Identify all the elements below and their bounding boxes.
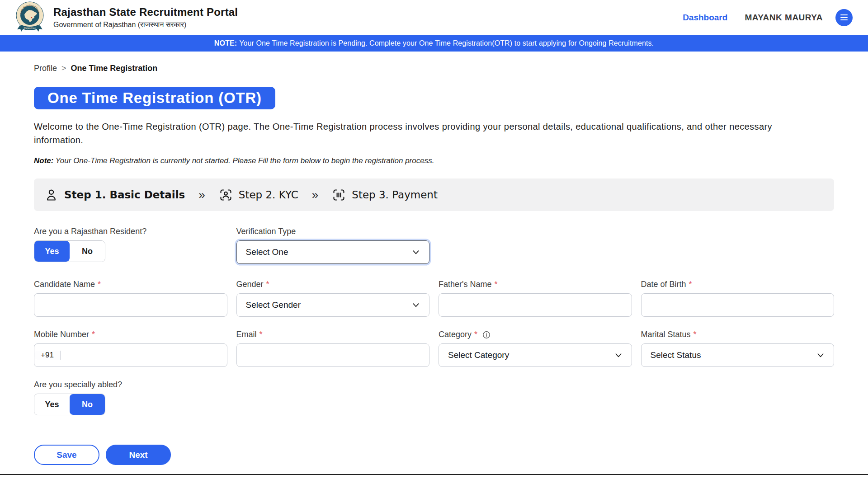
- note-text: Note:Your One-Time Registration is curre…: [34, 156, 834, 165]
- gender-select[interactable]: Select Gender: [236, 293, 430, 317]
- step-progress-bar: Step 1. Basic Details » Step 2. KYC »: [34, 178, 834, 211]
- notice-text: Your One Time Registration is Pending. C…: [239, 39, 654, 47]
- page-subtitle: Government of Rajasthan (राजस्थान सरकार): [53, 21, 238, 29]
- step-2-kyc[interactable]: Step 2. KYC: [219, 188, 298, 202]
- next-button[interactable]: Next: [106, 445, 171, 465]
- scan-payment-icon: [332, 188, 346, 202]
- resident-field: Are you a Rajasthan Resident? Yes No: [34, 227, 227, 264]
- mobile-country-code: +91: [34, 351, 61, 360]
- specially-abled-field: Are you specially abled? Yes No: [34, 380, 227, 415]
- breadcrumb-current: One Time Registration: [71, 64, 158, 73]
- intro-text: Welcome to the One-Time Registration (OT…: [34, 120, 834, 147]
- breadcrumb: Profile > One Time Registration: [34, 64, 834, 73]
- user-name: MAYANK MAURYA: [745, 13, 823, 23]
- specially-abled-no-button[interactable]: No: [70, 394, 105, 415]
- footer-divider: [0, 474, 868, 475]
- app-header: Rajasthan State Recruitment Portal Rajas…: [0, 0, 868, 35]
- candidate-name-input[interactable]: [34, 293, 227, 317]
- resident-toggle: Yes No: [34, 240, 105, 262]
- menu-button[interactable]: [835, 9, 853, 26]
- step-separator: »: [312, 188, 318, 202]
- resident-label: Are you a Rajasthan Resident?: [34, 227, 227, 236]
- specially-abled-label: Are you specially abled?: [34, 380, 227, 390]
- marital-status-select[interactable]: Select Status: [641, 343, 835, 367]
- dashboard-link[interactable]: Dashboard: [683, 13, 727, 23]
- step-separator: »: [198, 188, 205, 202]
- step-1-basic-details[interactable]: Step 1. Basic Details: [44, 188, 185, 202]
- step-3-payment[interactable]: Step 3. Payment: [332, 188, 438, 202]
- notice-bar: NOTE: Your One Time Registration is Pend…: [0, 35, 868, 52]
- father-name-input[interactable]: [439, 293, 632, 317]
- verification-type-label: Verification Type: [236, 227, 430, 236]
- header-nav: Dashboard MAYANK MAURYA: [683, 9, 853, 26]
- svg-text:Rajasthan: Rajasthan: [24, 26, 36, 29]
- specially-abled-toggle: Yes No: [34, 394, 105, 415]
- mobile-input[interactable]: [61, 350, 227, 360]
- father-name-label: Father's Name*: [439, 280, 632, 289]
- verification-type-field: Verification Type Select One: [236, 227, 430, 264]
- page-title: Rajasthan State Recruitment Portal: [53, 6, 238, 19]
- specially-abled-yes-button[interactable]: Yes: [34, 394, 70, 415]
- dob-input[interactable]: [641, 293, 835, 317]
- breadcrumb-separator: >: [61, 64, 66, 73]
- chevron-down-icon: [614, 351, 623, 359]
- resident-yes-button[interactable]: Yes: [34, 241, 70, 262]
- email-input[interactable]: [236, 343, 430, 367]
- save-button[interactable]: Save: [34, 445, 99, 465]
- dob-label: Date of Birth*: [641, 280, 835, 289]
- mobile-group: +91: [34, 343, 227, 367]
- email-label: Email*: [236, 330, 430, 339]
- gender-field: Gender* Select Gender: [236, 280, 430, 317]
- category-field: Category* Select Category: [439, 330, 632, 367]
- gender-label: Gender*: [236, 280, 430, 289]
- mobile-label: Mobile Number*: [34, 330, 227, 339]
- main-content: Profile > One Time Registration One Time…: [0, 64, 868, 465]
- category-label: Category*: [439, 330, 632, 339]
- father-name-field: Father's Name*: [439, 280, 632, 317]
- marital-status-field: Marital Status* Select Status: [641, 330, 835, 367]
- breadcrumb-profile[interactable]: Profile: [34, 64, 57, 73]
- person-icon: [44, 188, 58, 202]
- face-scan-icon: [219, 188, 233, 202]
- email-field: Email*: [236, 330, 430, 367]
- rajasthan-emblem-logo: Rajasthan State Recruitment Portal: [14, 1, 46, 34]
- mobile-field: Mobile Number* +91: [34, 330, 227, 367]
- marital-status-label: Marital Status*: [641, 330, 835, 339]
- candidate-name-field: Candidate Name*: [34, 280, 227, 317]
- info-icon[interactable]: [482, 331, 491, 339]
- chevron-down-icon: [412, 248, 420, 256]
- page-heading: One Time Registration (OTR): [34, 87, 275, 109]
- form-actions: Save Next: [34, 445, 834, 465]
- resident-no-button[interactable]: No: [70, 241, 105, 262]
- dob-field: Date of Birth*: [641, 280, 835, 317]
- chevron-down-icon: [816, 351, 825, 359]
- chevron-down-icon: [412, 301, 420, 309]
- verification-type-select[interactable]: Select One: [236, 240, 430, 264]
- notice-label: NOTE:: [214, 39, 237, 47]
- category-select[interactable]: Select Category: [439, 343, 632, 367]
- hamburger-icon: [840, 14, 848, 15]
- candidate-name-label: Candidate Name*: [34, 280, 227, 289]
